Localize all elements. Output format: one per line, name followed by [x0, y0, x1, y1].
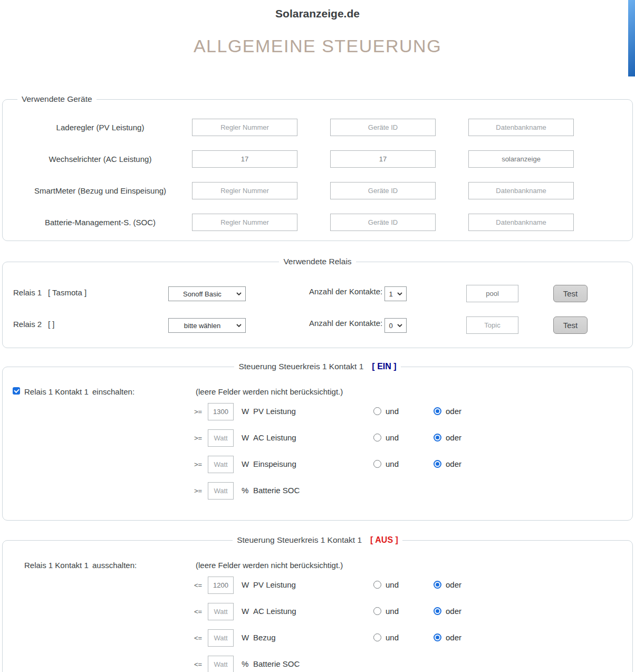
empty-fields-note: (leere Felder werden nicht berücksichtig… [196, 387, 343, 396]
condition-row-pv: >= WPV Leistung und oder [3, 403, 632, 429]
unit-label: W [242, 459, 253, 468]
geraete-id-input[interactable] [330, 119, 436, 136]
measure-label: PV Leistung [253, 407, 296, 416]
und-radio[interactable] [373, 633, 381, 641]
control-ein-section: Steuerung Steuerkreis 1 Kontakt 1[ EIN ]… [2, 362, 633, 521]
und-radio[interactable] [373, 581, 381, 589]
control-aus-legend-text: Steuerung Steuerkreis 1 Kontakt 1 [237, 535, 362, 544]
action-label: ausschalten: [92, 561, 137, 570]
condition-row-ac: >= WAC Leistung und oder [3, 429, 632, 456]
watt-input[interactable] [208, 656, 234, 672]
regler-nummer-input[interactable] [192, 182, 297, 199]
datenbankname-input[interactable] [468, 182, 574, 199]
watt-input[interactable] [208, 629, 234, 647]
page-title: ALLGEMEINE STEUERUNG [0, 36, 635, 56]
und-radio[interactable] [373, 460, 381, 468]
device-label: SmartMeter (Bezug und Einspeisung) [13, 186, 187, 195]
topic-input[interactable] [466, 316, 518, 334]
watt-input[interactable] [208, 603, 234, 620]
relay-row-2: Relais 2 [ ] bitte wählen Anzahl der Kon… [3, 311, 632, 342]
relay-type-bracket: [ Tasmota ] [48, 288, 86, 297]
control-aus-legend: Steuerung Steuerkreis 1 Kontakt 1[ AUS ] [233, 535, 402, 545]
watt-input[interactable] [208, 429, 234, 447]
condition-row-ac: <= WAC Leistung und oder [3, 603, 632, 629]
chevron-down-icon [236, 292, 242, 295]
test-button[interactable]: Test [553, 285, 588, 302]
device-label: Batterie-Management-S. (SOC) [13, 218, 187, 227]
condition-row-soc: <= %Batterie SOC [3, 656, 632, 672]
oder-radio[interactable] [434, 607, 441, 615]
oder-radio-label: oder [446, 607, 461, 616]
kontakte-count-select[interactable]: 1 [384, 286, 407, 301]
und-radio-label: und [386, 459, 399, 468]
condition-row-pv: <= WPV Leistung und oder [3, 577, 632, 603]
oder-radio-label: oder [446, 433, 461, 442]
kontakte-label: Anzahl der Kontakte: [309, 287, 382, 296]
device-row-laderegler: Laderegler (PV Leistung) [3, 119, 632, 136]
control-header-row: Relais 1 Kontakt 1 ausschalten: (leere F… [3, 558, 632, 577]
oder-radio[interactable] [434, 407, 441, 415]
relay-name-label: Relais 2 [13, 320, 42, 329]
devices-legend: Verwendete Geräte [17, 94, 97, 104]
measure-label: Einspeisung [253, 459, 296, 468]
watt-input[interactable] [208, 482, 234, 500]
watt-input[interactable] [208, 403, 234, 420]
geraete-id-input[interactable] [330, 150, 436, 168]
relay-enable-checkbox[interactable] [13, 387, 20, 395]
control-aus-section: Steuerung Steuerkreis 1 Kontakt 1[ AUS ]… [2, 535, 633, 672]
regler-nummer-input[interactable] [192, 214, 297, 231]
oder-radio[interactable] [434, 460, 441, 468]
operator-label: >= [194, 460, 202, 468]
watt-input[interactable] [208, 456, 234, 473]
unit-label: % [242, 659, 253, 668]
geraete-id-input[interactable] [330, 182, 436, 199]
unit-label: W [242, 433, 253, 442]
regler-nummer-input[interactable] [192, 150, 297, 168]
und-radio[interactable] [373, 607, 381, 615]
relay-row-1: Relais 1 [ Tasmota ] Sonoff Basic Anzahl… [3, 279, 632, 311]
geraete-id-input[interactable] [330, 214, 436, 231]
control-ein-legend: Steuerung Steuerkreis 1 Kontakt 1[ EIN ] [234, 362, 400, 371]
test-button[interactable]: Test [553, 316, 588, 334]
oder-radio[interactable] [434, 581, 441, 589]
oder-radio[interactable] [434, 434, 441, 441]
topic-input[interactable] [466, 285, 518, 302]
operator-label: <= [194, 608, 202, 616]
relay-type-select[interactable]: Sonoff Basic [168, 286, 246, 301]
chevron-down-icon [397, 292, 402, 295]
operator-label: >= [194, 487, 202, 495]
operator-label: <= [194, 660, 202, 668]
operator-label: <= [194, 634, 202, 642]
relay-contact-label: Relais 1 Kontakt 1 [24, 561, 89, 570]
relays-section: Verwendete Relais Relais 1 [ Tasmota ] S… [2, 257, 633, 348]
watt-input[interactable] [208, 577, 234, 594]
kontakte-label: Anzahl der Kontakte: [309, 319, 382, 328]
und-radio[interactable] [373, 434, 381, 441]
unit-label: W [242, 407, 253, 416]
control-header-row: Relais 1 Kontakt 1 einschalten: (leere F… [3, 384, 632, 403]
oder-radio-label: oder [446, 580, 461, 589]
measure-label: Bezug [253, 633, 276, 642]
datenbankname-input[interactable] [468, 119, 574, 136]
device-row-wechselrichter: Wechselrichter (AC Leistung) [3, 150, 632, 168]
relay-type-bracket: [ ] [48, 320, 55, 329]
scrollbar-thumb[interactable] [628, 0, 635, 76]
device-row-batterie: Batterie-Management-S. (SOC) [3, 214, 632, 231]
datenbankname-input[interactable] [468, 214, 574, 231]
regler-nummer-input[interactable] [192, 119, 297, 136]
oder-radio[interactable] [434, 633, 441, 641]
kontakte-count-select[interactable]: 0 [384, 318, 407, 333]
relay-type-select[interactable]: bitte wählen [168, 318, 246, 333]
device-row-smartmeter: SmartMeter (Bezug und Einspeisung) [3, 182, 632, 199]
und-radio-label: und [386, 407, 399, 416]
aus-state-badge: [ AUS ] [370, 535, 398, 544]
device-label: Laderegler (PV Leistung) [13, 123, 187, 132]
und-radio-label: und [386, 580, 399, 589]
und-radio[interactable] [373, 407, 381, 415]
chevron-down-icon [236, 324, 242, 327]
datenbankname-input[interactable] [468, 150, 574, 168]
action-label: einschalten: [92, 387, 134, 396]
measure-label: Batterie SOC [253, 486, 300, 495]
condition-row-bezug: <= WBezug und oder [3, 629, 632, 656]
devices-section: Verwendete Geräte Laderegler (PV Leistun… [2, 94, 633, 241]
